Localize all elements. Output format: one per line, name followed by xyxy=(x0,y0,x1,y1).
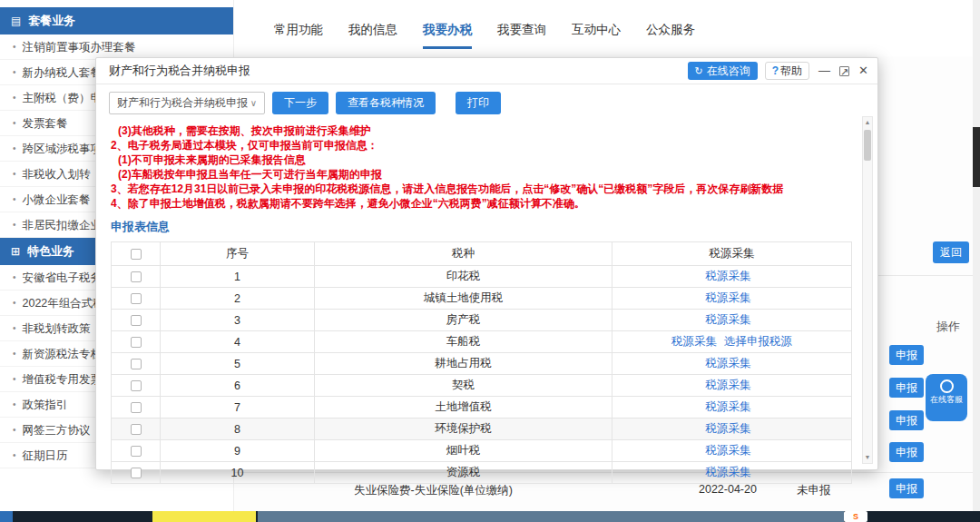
row-checkbox[interactable] xyxy=(131,468,142,478)
sogou-input-icon[interactable]: S xyxy=(844,511,867,522)
fee-status: 未申报 xyxy=(797,483,831,498)
app-root: ▤ 套餐业务 •注销前置事项办理套餐 •新办纳税人套餐 •主附税（费）申报 •发… xyxy=(0,0,980,522)
notice-line: (3)其他税种，需要在按期、按次申报前进行采集维护 xyxy=(111,123,850,138)
minimize-icon[interactable]: — xyxy=(818,62,830,80)
tax-declaration-modal: 财产和行为税合并纳税申报 ↻ 在线咨询 ? 帮助 — ↗ ✕ 财产和行为税合并纳… xyxy=(95,57,878,470)
tax-cell: 印花税 xyxy=(315,266,612,288)
panel-divider xyxy=(878,275,973,276)
taskbar-window[interactable] xyxy=(258,511,844,522)
row-checkbox[interactable] xyxy=(131,380,142,391)
modal-title: 财产和行为税合并纳税申报 xyxy=(109,63,688,79)
taskbar-window-yellow[interactable] xyxy=(152,511,256,522)
notice-line: 4、除了申报土地增值税，税款属期请不要跨年选择，避免小微企业“六税两费”减征额计… xyxy=(111,196,850,211)
notice-line: (2)车船税按年申报且当年任一天可进行当年属期的申报 xyxy=(111,167,850,182)
online-service-button[interactable]: 在线客服 xyxy=(926,374,967,421)
declaration-type-select[interactable]: 财产和行为税合并纳税申报 ∨ xyxy=(109,92,265,114)
table-row: 5 耕地占用税 税源采集 xyxy=(112,353,852,375)
select-all-checkbox[interactable] xyxy=(131,249,142,260)
seq-cell: 9 xyxy=(161,440,315,462)
scroll-up-icon[interactable]: ▲ xyxy=(863,117,872,128)
tax-source-collect-link[interactable]: 税源采集 xyxy=(706,466,751,478)
declare-button[interactable]: 申报 xyxy=(889,378,924,398)
row-checkbox[interactable] xyxy=(131,402,142,413)
seq-cell: 4 xyxy=(161,331,315,353)
declare-button[interactable]: 申报 xyxy=(889,410,924,430)
row-checkbox[interactable] xyxy=(131,424,142,435)
notice-line: 3、若您存在12月31日以前已录入未申报的印花税税源信息，请进入信息报告功能后，… xyxy=(111,182,850,196)
fee-date: 2022-04-20 xyxy=(699,483,757,496)
seq-cell: 7 xyxy=(161,397,315,419)
tax-cell: 城镇土地使用税 xyxy=(315,288,612,310)
select-value: 财产和行为税合并纳税申报 xyxy=(117,93,248,113)
tax-source-collect-link[interactable]: 税源采集 xyxy=(706,444,751,457)
tax-source-collect-link[interactable]: 税源采集 xyxy=(706,291,751,304)
tax-source-collect-link[interactable]: 税源采集 xyxy=(671,335,717,348)
online-consult-label: 在线咨询 xyxy=(707,62,750,80)
table-header-row: 序号 税种 税源采集 xyxy=(112,242,852,266)
tax-cell: 烟叶税 xyxy=(315,440,612,462)
print-button[interactable]: 打印 xyxy=(456,92,501,114)
seq-cell: 1 xyxy=(161,266,315,288)
online-consult-button[interactable]: ↻ 在线咨询 xyxy=(688,62,758,80)
table-row: 2 城镇土地使用税 税源采集 xyxy=(112,288,852,310)
tax-cell: 资源税 xyxy=(315,462,612,484)
notice-block: (3)其他税种，需要在按期、按次申报前进行采集维护 2、电子税务局通过本模块，仅… xyxy=(96,121,877,212)
next-step-button[interactable]: 下一步 xyxy=(272,92,328,114)
tax-source-collect-link[interactable]: 税源采集 xyxy=(706,313,751,326)
scrollbar-thumb[interactable] xyxy=(864,130,871,161)
row-checkbox[interactable] xyxy=(131,337,142,348)
declaration-table-label: 申报表信息 xyxy=(96,212,877,240)
col-seq: 序号 xyxy=(161,242,315,266)
modal-toolbar: 财产和行为税合并纳税申报 ∨ 下一步 查看各税种情况 打印 xyxy=(96,84,877,121)
tax-source-collect-link[interactable]: 税源采集 xyxy=(706,270,751,282)
modal-scrollbar[interactable]: ▲ ▼ xyxy=(862,116,873,464)
tax-cell: 环境保护税 xyxy=(315,419,612,440)
declare-button[interactable]: 申报 xyxy=(889,345,924,365)
tax-cell: 契税 xyxy=(315,375,612,397)
close-icon[interactable]: ✕ xyxy=(858,62,868,80)
question-icon: ? xyxy=(772,63,779,79)
start-button-icon[interactable] xyxy=(0,511,13,522)
help-button[interactable]: ? 帮助 xyxy=(765,62,809,80)
page-scrollbar[interactable] xyxy=(973,0,980,511)
table-row: 8 环境保护税 税源采集 xyxy=(112,419,852,440)
tax-cell: 车船税 xyxy=(315,331,612,353)
return-button[interactable]: 返回 xyxy=(933,241,969,263)
table-row: 6 契税 税源采集 xyxy=(112,375,852,397)
tax-cell: 耕地占用税 xyxy=(315,353,612,375)
seq-cell: 3 xyxy=(161,310,315,331)
operation-column-header: 操作 xyxy=(936,319,960,335)
row-checkbox[interactable] xyxy=(131,271,142,282)
seq-cell: 6 xyxy=(161,375,315,397)
seq-cell: 2 xyxy=(161,288,315,310)
tax-source-collect-link[interactable]: 税源采集 xyxy=(706,379,751,391)
row-checkbox[interactable] xyxy=(131,293,142,304)
seq-cell: 5 xyxy=(161,353,315,375)
help-label: 帮助 xyxy=(780,63,802,79)
page-scrollbar-thumb[interactable] xyxy=(973,127,980,187)
tax-source-collect-link[interactable]: 税源采集 xyxy=(706,357,751,369)
row-checkbox[interactable] xyxy=(131,359,142,369)
table-row: 1 印花税 税源采集 xyxy=(112,266,852,288)
col-collect: 税源采集 xyxy=(612,242,852,266)
tax-source-collect-link[interactable]: 税源采集 xyxy=(706,422,751,435)
seq-cell: 10 xyxy=(161,462,315,484)
table-row: 7 土地增值税 税源采集 xyxy=(112,397,852,419)
taskbar: S xyxy=(0,511,980,522)
chevron-down-icon: ∨ xyxy=(250,93,257,113)
table-row: 4 车船税 税源采集选择申报税源 xyxy=(112,331,852,353)
declare-button[interactable]: 申报 xyxy=(889,442,924,462)
online-service-label: 在线客服 xyxy=(929,395,964,404)
view-tax-status-button[interactable]: 查看各税种情况 xyxy=(336,92,436,114)
row-checkbox[interactable] xyxy=(131,315,142,326)
notice-line: (1)不可申报未来属期的已采集报告信息 xyxy=(111,153,850,167)
scroll-down-icon[interactable]: ▼ xyxy=(863,452,872,463)
tax-source-collect-link[interactable]: 税源采集 xyxy=(706,400,751,413)
declare-button[interactable]: 申报 xyxy=(889,478,924,498)
table-row: 10 资源税 税源采集 xyxy=(112,462,852,484)
seq-cell: 8 xyxy=(161,419,315,440)
row-checkbox[interactable] xyxy=(131,446,142,457)
select-declare-source-link[interactable]: 选择申报税源 xyxy=(724,335,792,348)
maximize-icon[interactable]: ↗ xyxy=(839,66,849,76)
tax-cell: 房产税 xyxy=(315,310,612,331)
